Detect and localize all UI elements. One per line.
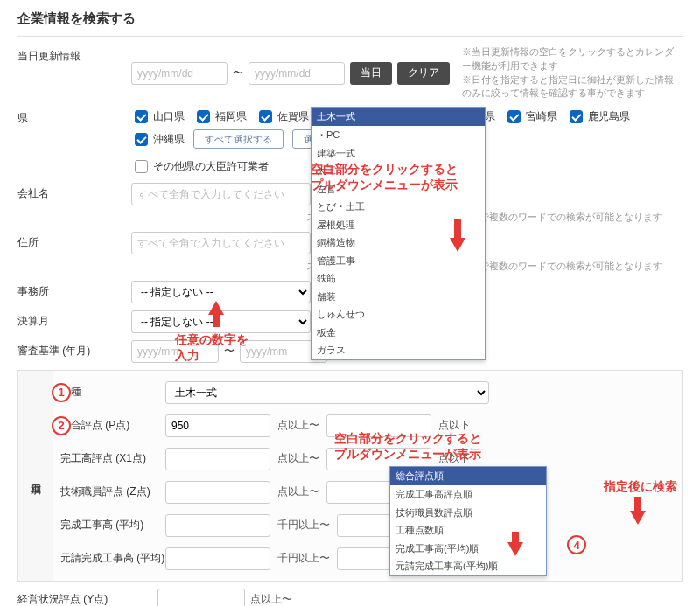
kankou-from-input[interactable] bbox=[165, 448, 270, 470]
range-yen-from-label: 千円以上〜 bbox=[277, 551, 330, 566]
pref-label-8: 沖縄県 bbox=[153, 132, 185, 147]
note-line-1: ※当日更新情報の空白をクリックするとカレンダー機能が利用できます bbox=[462, 45, 682, 73]
range-from-label: 点以上〜 bbox=[277, 484, 319, 499]
annotation-4-text: 指定後に検索 bbox=[604, 479, 677, 495]
pref-label-0: 山口県 bbox=[153, 109, 185, 124]
range-from-label: 点以上〜 bbox=[277, 451, 319, 466]
koushu-dropdown-item[interactable]: 建築一式 bbox=[312, 144, 485, 163]
gijutsu-from-input[interactable] bbox=[165, 481, 270, 504]
date-from-input[interactable] bbox=[131, 62, 228, 85]
pref-other-check[interactable] bbox=[135, 160, 148, 173]
pref-label-7: 鹿児島県 bbox=[588, 109, 630, 124]
kanseikouji-from-input[interactable] bbox=[165, 514, 270, 537]
select-all-button[interactable]: すべて選択する bbox=[193, 129, 284, 149]
range-from-label: 点以上〜 bbox=[277, 418, 319, 433]
koushu-dropdown-item[interactable]: 舗装 bbox=[312, 288, 485, 306]
sort-dropdown-header[interactable]: 総合評点順 bbox=[390, 467, 546, 485]
label-motouke: 元請完成工事高 (平均) bbox=[60, 551, 165, 566]
label-sougou: 総合評点 (P点) bbox=[60, 418, 165, 433]
address-input[interactable] bbox=[131, 232, 311, 254]
pref-check-6[interactable] bbox=[508, 110, 521, 123]
divider bbox=[18, 36, 682, 37]
motouke-from-input[interactable] bbox=[165, 547, 270, 570]
label-kankou: 完工高評点 (X1点) bbox=[60, 451, 165, 466]
label-update-info: 当日更新情報 bbox=[18, 45, 131, 64]
row-keiei: 経営状況評点 (Y点) 点以上〜 bbox=[18, 589, 682, 607]
sort-dropdown-item[interactable]: 技術職員数評点順 bbox=[390, 504, 546, 522]
range-from-label: 点以上〜 bbox=[250, 592, 292, 606]
date-to-input[interactable] bbox=[248, 62, 345, 85]
sort-dropdown-item[interactable]: 完成工事高評点順 bbox=[390, 485, 546, 504]
koushu-dropdown-item[interactable]: ガラス bbox=[312, 341, 485, 359]
koushu-dropdown-item[interactable]: とび・土工 bbox=[312, 198, 485, 216]
sort-dropdown-item[interactable]: 元請完成工事高(平均)順 bbox=[390, 557, 546, 575]
pref-label-2: 佐賀県 bbox=[277, 109, 309, 124]
label-closing: 決算月 bbox=[18, 310, 131, 329]
pref-check-7[interactable] bbox=[570, 110, 583, 123]
step-1-badge: 1 bbox=[52, 383, 71, 402]
koushu-dropdown-item[interactable]: 管護工事 bbox=[312, 252, 485, 270]
annotation-2-arrow-icon bbox=[208, 301, 224, 327]
company-input[interactable] bbox=[131, 183, 311, 205]
koushu-dropdown-item[interactable]: ・PC bbox=[312, 126, 485, 144]
note-line-2: ※日付を指定すると指定日に御社が更新した情報のみに絞って情報を確認する事ができま… bbox=[462, 73, 682, 101]
annotation-1-text: 空白部分をクリックすると プルダウンメニューが表示 bbox=[311, 162, 458, 193]
label-examdate: 審査基準 (年月) bbox=[18, 340, 131, 359]
keiei-from-input[interactable] bbox=[158, 589, 245, 607]
sort-dropdown-panel[interactable]: 総合評点順 完成工事高評点順 技術職員数評点順 工種点数順 完成工事高(平均)順… bbox=[389, 466, 547, 576]
label-pref: 県 bbox=[18, 108, 131, 126]
label-kanseikouji: 完成工事高 (平均) bbox=[60, 518, 165, 533]
step-2-badge: 2 bbox=[52, 416, 71, 435]
pref-check-1[interactable] bbox=[197, 110, 210, 123]
label-company: 会社名 bbox=[18, 183, 131, 201]
range-yen-from-label: 千円以上〜 bbox=[277, 518, 330, 533]
label-koushu: 工種 bbox=[60, 385, 165, 400]
koushu-select[interactable]: 土木一式 bbox=[165, 381, 489, 404]
pref-check-8[interactable] bbox=[135, 133, 148, 146]
label-address: 住所 bbox=[18, 232, 131, 250]
office-select[interactable]: -- 指定しない -- bbox=[131, 281, 311, 303]
label-gijutsu: 技術職員評点 (Z点) bbox=[60, 484, 165, 499]
pref-check-2[interactable] bbox=[259, 110, 272, 123]
label-keiei: 経営状況評点 (Y点) bbox=[18, 589, 158, 607]
annotation-3-arrow-icon bbox=[508, 532, 523, 556]
by-type-side-label: 工種別 bbox=[18, 371, 53, 581]
annotation-2-text: 任意の数字を 入力 bbox=[175, 332, 248, 364]
koushu-dropdown-item[interactable]: しゅんせつ bbox=[312, 305, 485, 324]
pref-label-6: 宮崎県 bbox=[526, 109, 557, 124]
pref-check-0[interactable] bbox=[135, 110, 148, 123]
koushu-dropdown-item[interactable]: 鉄筋 bbox=[312, 269, 485, 288]
koushu-dropdown-item[interactable]: 板金 bbox=[312, 324, 485, 342]
annotation-4-arrow-icon bbox=[630, 497, 646, 525]
page-title: 企業情報を検索する bbox=[18, 10, 682, 27]
clear-dates-button[interactable]: クリア bbox=[397, 62, 450, 85]
pref-other-label: その他県の大臣許可業者 bbox=[153, 159, 269, 174]
step-4-badge: 4 bbox=[567, 535, 586, 554]
today-button[interactable]: 当日 bbox=[350, 62, 392, 85]
label-office: 事務所 bbox=[18, 281, 131, 299]
annotation-1-arrow-icon bbox=[450, 219, 466, 252]
tilde: 〜 bbox=[233, 66, 243, 80]
pref-label-1: 福岡県 bbox=[215, 109, 247, 124]
koushu-dropdown-header[interactable]: 土木一式 bbox=[312, 108, 485, 126]
annotation-3-text: 空白部分をクリックすると プルダウンメニューが表示 bbox=[334, 431, 481, 463]
row-update-info: 当日更新情報 〜 当日 クリア ※当日更新情報の空白をクリックするとカレンダー機… bbox=[18, 45, 682, 101]
sougou-from-input[interactable] bbox=[165, 414, 270, 437]
